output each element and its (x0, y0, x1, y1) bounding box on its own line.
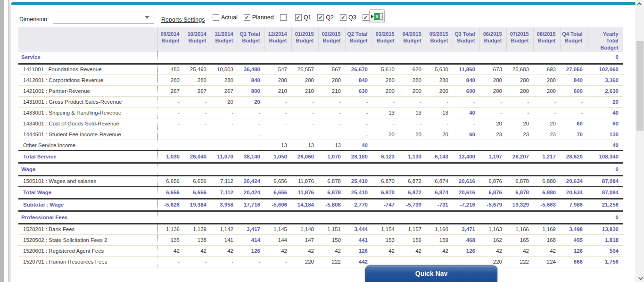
cell-value: 126 (453, 245, 479, 256)
cell-value: -7,216 (453, 199, 479, 211)
checkbox-q4[interactable]: ✓ (363, 14, 369, 21)
cell-value: 138 (184, 234, 211, 245)
cell-value: 20,634 (560, 186, 587, 199)
cell-value (211, 51, 238, 64)
cell-value: 14,184 (291, 199, 318, 211)
cell-value: 168 (533, 234, 560, 245)
table-row: 1444501 : Student Fee Income-Revenue----… (18, 129, 623, 140)
cell-value: 3,498 (560, 224, 587, 234)
column-header: 11/2014 Budget (211, 27, 238, 51)
cell-value: 267 (211, 85, 238, 96)
row-label: Service (18, 51, 157, 64)
column-header: 08/2015 Budget (533, 27, 560, 51)
cell-value: 441 (345, 234, 372, 245)
column-header: 12/2014 Budget (264, 27, 291, 51)
cell-value: - (291, 107, 318, 118)
cell-value: - (453, 118, 479, 129)
cell-value: 5,630 (426, 64, 453, 75)
cell-value (291, 163, 318, 175)
cell-value: 3,958 (211, 199, 238, 211)
cell-value: 60 (587, 118, 623, 129)
cell-value (318, 51, 345, 64)
column-header: 06/2015 Budget (479, 27, 506, 51)
cell-value: 6,870 (372, 175, 399, 186)
cell-value (264, 51, 291, 64)
cell-value: 19,384 (184, 199, 211, 211)
cell-value: - (399, 140, 426, 150)
cell-value: 21,256 (587, 199, 623, 211)
cell-value: - (238, 129, 264, 140)
cell-value: 547 (264, 64, 291, 75)
cell-value: 10,503 (211, 64, 238, 75)
dimension-dropdown[interactable] (53, 11, 154, 24)
quick-nav-button[interactable]: Quick Nav (365, 265, 497, 282)
cell-value: 7,112 (211, 186, 238, 199)
reports-settings-link[interactable]: Reports Settings (161, 17, 205, 23)
table-row: 1520601 : Registered Agent Fees424242126… (18, 245, 623, 256)
row-label: 1444501 : Student Fee Income-Revenue (18, 129, 157, 140)
cell-value: 267 (157, 85, 184, 96)
scrollbar-thumb[interactable] (636, 41, 644, 131)
cell-value (157, 51, 184, 64)
cell-value (372, 51, 399, 64)
cell-value (345, 211, 372, 224)
table-row: 1520701 : Human Resources Fees-----22022… (18, 256, 623, 267)
cell-value: 13 (372, 107, 399, 118)
checkbox-unlabeled-2[interactable] (280, 14, 287, 21)
row-label: 1434001 : Cost of Goods Sold-Revenue (18, 118, 157, 129)
row-label: Professional Fees (18, 211, 157, 224)
scroll-down-button[interactable] (636, 274, 644, 282)
export-arrow-icon (371, 15, 374, 18)
cell-value: - (533, 140, 560, 150)
cell-value: 673 (479, 64, 506, 75)
cell-value (184, 51, 211, 64)
excel-export-button[interactable]: X (369, 9, 385, 23)
scroll-up-button[interactable] (636, 0, 644, 8)
checkbox-label-actual: Actual (221, 14, 238, 21)
cell-value: 156 (399, 234, 426, 245)
cell-value: - (318, 129, 345, 140)
vertical-scrollbar[interactable] (636, 0, 644, 282)
cell-value: 13 (426, 107, 453, 118)
cell-value: - (560, 107, 587, 118)
column-header: 01/2015 Budget (291, 27, 318, 51)
cell-value (560, 163, 587, 175)
table-row: 1505101 : Wages and salaries6,6566,6567,… (18, 175, 623, 186)
budget-report-table-wrap: 09/2014 Budget10/2014 Budget11/2014 Budg… (18, 27, 623, 267)
cell-value: - (157, 118, 184, 129)
column-header: 10/2014 Budget (184, 27, 211, 51)
cell-value: 42 (291, 245, 318, 256)
row-label: 1433001 : Shipping & Handling-Revenue (18, 107, 157, 118)
row-label: 1505101 : Wages and salaries (18, 175, 157, 186)
chevron-down-icon (638, 275, 643, 280)
cell-value: -747 (372, 199, 399, 211)
cell-value: 3,471 (453, 224, 479, 234)
cell-value: 7,112 (211, 175, 238, 186)
cell-value: 220 (291, 256, 318, 267)
cell-value: 23 (533, 129, 560, 140)
cell-value: - (211, 129, 238, 140)
cell-value: 20 (426, 129, 453, 140)
cell-value: 5,610 (372, 64, 399, 75)
cell-value (211, 211, 238, 224)
checkbox-q2[interactable]: ✓ (317, 14, 324, 21)
checkbox-actual[interactable] (213, 14, 219, 21)
cell-value: 800 (238, 85, 264, 96)
cell-value: 7,986 (560, 199, 587, 211)
checkbox-q1[interactable]: ✓ (295, 14, 302, 21)
report-window: Dimension: Reports Settings Actual✓Plann… (0, 0, 644, 282)
checkbox-planned[interactable]: ✓ (244, 14, 250, 21)
cell-value: -5,679 (479, 199, 506, 211)
column-header: Q2 Total Budget (345, 27, 372, 51)
cell-value: 25,683 (506, 64, 533, 75)
row-label: 1520502 : State Solicitation Fees 2 (18, 234, 157, 245)
cell-value: 6,878 (318, 186, 345, 199)
row-label: Total Service (18, 150, 157, 163)
cell-value: 280 (318, 75, 345, 85)
cell-value: 20 (506, 118, 533, 129)
cell-value: - (238, 107, 264, 118)
cell-value: 280 (184, 75, 211, 85)
cell-value: - (184, 140, 211, 150)
cell-value: 70 (560, 129, 587, 140)
checkbox-q3[interactable]: ✓ (340, 14, 347, 21)
